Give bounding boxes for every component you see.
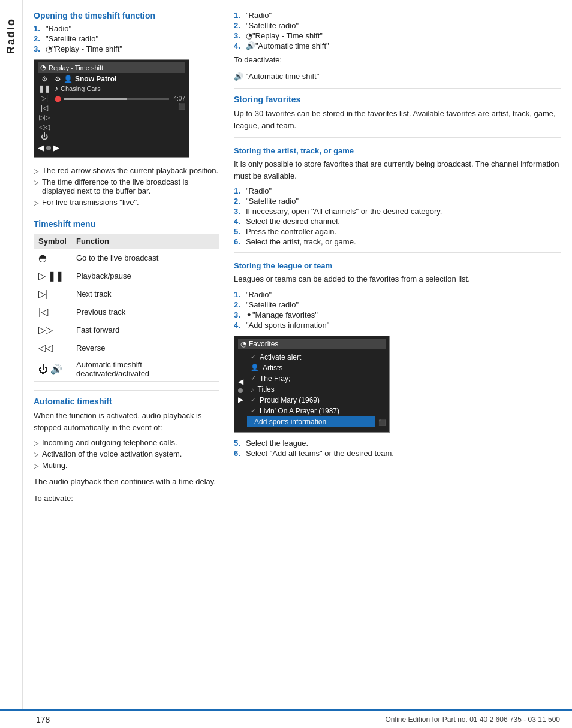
artist-steps: 1. "Radio" 2. "Satellite radio" 3. If ne…	[234, 186, 561, 246]
replay-title-bar: ◔ Replay - Time shift	[38, 62, 185, 73]
art-step-5: 5. Press the controller again.	[234, 227, 561, 236]
auto-icon2: 🔊	[234, 72, 243, 81]
opening-step-3: 3. ◔ "Replay - Time shift"	[34, 44, 219, 53]
art-step-3: 3. If necessary, open "All channels" or …	[234, 207, 561, 216]
auto-bullets: ▷ Incoming and outgoing telephone calls.…	[34, 438, 219, 470]
act-step-2: 2. "Satellite radio"	[234, 21, 561, 30]
storing-fav-para: Up to 30 favorites can be stored in the …	[234, 108, 561, 131]
bullet-1: ▷ The red arrow shows the current playba…	[34, 166, 219, 175]
auto-timeshift-para: When the function is activated, audio pl…	[34, 410, 219, 433]
storing-artist-para: It is only possible to store favorites t…	[234, 158, 561, 182]
fav-item-4: ♪ Titles	[247, 384, 375, 395]
table-row: ◁◁ Reverse	[34, 339, 219, 357]
auto-bullet-1: ▷ Incoming and outgoing telephone calls.	[34, 438, 219, 447]
ctrl-rew: ◁◁	[39, 123, 50, 131]
footer-text: Online Edition for Part no. 01 40 2 606 …	[385, 715, 560, 724]
fav-item-6: ✓ Livin' On A Prayer (1987)	[247, 406, 375, 416]
check-icon-2: ✓	[251, 374, 256, 382]
league-step-1: 1. "Radio"	[234, 290, 561, 299]
fn-play: Playback/pause	[71, 267, 219, 285]
track-icon2: 👤	[64, 75, 73, 83]
table-row: ⏻ 🔊 Automatic timeshift deactivated/acti…	[34, 357, 219, 382]
replay-controls: ⚙ ❚❚ ▷| |◁ ▷▷ ◁◁ ⏻	[38, 75, 51, 141]
sidebar-label: Radio	[5, 18, 17, 54]
act-step-1: 1. "Radio"	[234, 11, 561, 20]
fn-next: Next track	[71, 285, 219, 303]
table-row: ▷ ❚❚ Playback/pause	[34, 267, 219, 285]
fav-list: ✓ Activate alert 👤 Artists ✓ The Fray;	[247, 352, 375, 427]
auto-timeshift-title: Automatic timeshift	[34, 397, 219, 406]
opening-step-2: 2. "Satellite radio"	[34, 34, 219, 43]
fav-item-1: ✓ Activate alert	[247, 352, 375, 363]
auto-bullet-2: ▷ Activation of the voice activation sys…	[34, 449, 219, 458]
fav-title-icon: ◔	[240, 340, 246, 348]
art-step-6: 6. Select the artist, track, or game.	[234, 237, 561, 246]
music-icon: ♪	[55, 84, 58, 93]
sym-auto: ⏻ 🔊	[34, 357, 71, 382]
fav-item-3: ✓ The Fray;	[247, 373, 375, 384]
fav-item-7: Add sports information	[247, 416, 375, 427]
right-column: 1. "Radio" 2. "Satellite radio" 3. ◔ "Re…	[234, 11, 561, 717]
sym-ff: ▷▷	[34, 321, 71, 339]
main-content: Opening the timeshift function 1. "Radio…	[23, 0, 572, 728]
left-column: Opening the timeshift function 1. "Radio…	[34, 11, 219, 717]
artist-icon: 👤	[251, 364, 259, 371]
sym-prev: |◁	[34, 303, 71, 321]
sym-live: ◓	[34, 249, 71, 267]
screen-icon: ⬛	[178, 103, 185, 110]
ctrl-prev: |◁	[41, 104, 48, 112]
fav-arrow-right: ▶	[238, 395, 243, 404]
replay-screen: ◔ Replay - Time shift ⚙ ❚❚ ▷| |◁ ▷▷ ◁◁ ⏻	[34, 59, 189, 158]
storing-artist-title: Storing the artist, track, or game	[234, 146, 561, 155]
bullet-3: ▷ For live transmissions "live".	[34, 198, 219, 207]
opening-bullets: ▷ The red arrow shows the current playba…	[34, 166, 219, 207]
fn-ff: Fast forward	[71, 321, 219, 339]
to-deactivate: To deactivate:	[234, 54, 561, 66]
art-step-4: 4. Select the desired channel.	[234, 217, 561, 226]
fav-item-5: ✓ Proud Mary (1969)	[247, 395, 375, 406]
ctrl-ff: ▷▷	[39, 113, 50, 122]
check-icon-4: ✓	[251, 407, 256, 415]
check-icon-3: ✓	[251, 396, 256, 404]
fav-item-2: 👤 Artists	[247, 363, 375, 373]
replay-content: ⚙ ❚❚ ▷| |◁ ▷▷ ◁◁ ⏻ ⚙ 👤 Snow Patrol	[38, 75, 185, 141]
replay-icon-small: ⬤	[55, 95, 61, 102]
league-step-4: 4. "Add sports information"	[234, 321, 561, 330]
fn-auto: Automatic timeshift deactivated/activate…	[71, 357, 219, 382]
league-steps-2: 5. Select the league. 6. Select "Add all…	[234, 439, 561, 458]
table-row: |◁ Previous track	[34, 303, 219, 321]
sidebar: Radio	[0, 0, 23, 728]
auto-para2: The audio playback then continues with a…	[34, 476, 219, 488]
progress-bar-wrap: ⬤ -4:07	[55, 95, 185, 102]
replay-title-icon: ◔	[40, 64, 46, 71]
replay-track-info: ⚙ 👤 Snow Patrol ♪ Chasing Cars ⬤	[55, 75, 185, 141]
replay-icon: ◔	[46, 44, 52, 53]
league-step-6: 6. Select "Add all teams" or the desired…	[234, 449, 561, 458]
league-step-3: 3. ✦ "Manage favorites"	[234, 310, 561, 319]
storing-fav-title: Storing favorites	[234, 95, 561, 104]
fn-prev: Previous track	[71, 303, 219, 321]
table-row: ◓ Go to the live broadcast	[34, 249, 219, 267]
fav-content-row: ◀ ▶ ✓ Activate alert 👤 Artists	[238, 352, 386, 427]
page-number: 178	[36, 715, 50, 724]
league-steps: 1. "Radio" 2. "Satellite radio" 3. ✦ "Ma…	[234, 290, 561, 330]
music-icon-2: ♪	[251, 386, 254, 393]
act-step-3: 3. ◔ "Replay - Time shift"	[234, 31, 561, 40]
footer: 178 Online Edition for Part no. 01 40 2 …	[0, 709, 572, 728]
auto-bullet-3: ▷ Muting.	[34, 461, 219, 470]
fav-nav: ◀ ▶	[238, 352, 243, 427]
sym-next: ▷|	[34, 285, 71, 303]
replay-icon-r: ◔	[246, 31, 252, 40]
ctrl-pause: ❚❚	[38, 84, 50, 93]
activate-steps: 1. "Radio" 2. "Satellite radio" 3. ◔ "Re…	[234, 11, 561, 50]
screen-corner-icon: ⬛	[378, 419, 386, 426]
track-icon1: ⚙	[55, 75, 61, 83]
fn-live: Go to the live broadcast	[71, 249, 219, 267]
art-step-1: 1. "Radio"	[234, 186, 561, 195]
league-step-5: 5. Select the league.	[234, 439, 561, 448]
opening-title: Opening the timeshift function	[34, 11, 219, 20]
timeshift-table: Symbol Function ◓ Go to the live broadca…	[34, 234, 219, 382]
deactivate-text: 🔊 "Automatic time shift"	[234, 71, 561, 83]
ctrl-pwr: ⏻	[41, 132, 48, 141]
sym-play: ▷ ❚❚	[34, 267, 71, 285]
